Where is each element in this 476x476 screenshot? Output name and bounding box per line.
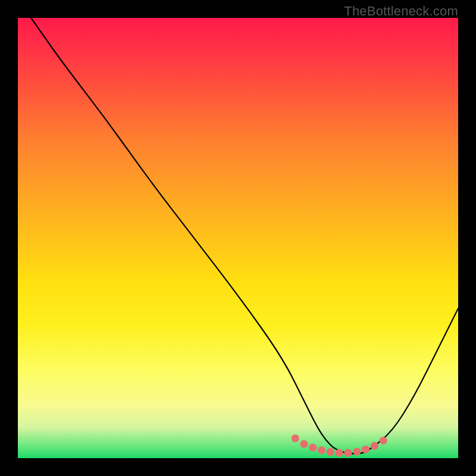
chart-container: TheBottleneck.com	[0, 0, 476, 476]
chart-svg	[18, 18, 458, 458]
marker-dot	[362, 446, 369, 453]
marker-dot	[380, 437, 387, 444]
marker-dot	[300, 440, 308, 448]
marker-dot	[309, 444, 317, 452]
marker-dot	[345, 449, 352, 457]
marker-dot	[318, 446, 325, 454]
marker-dot	[353, 447, 361, 455]
optimal-range-markers	[292, 434, 387, 456]
marker-dot	[327, 448, 334, 456]
bottleneck-curve	[31, 18, 458, 454]
watermark-label: TheBottleneck.com	[344, 4, 458, 19]
plot-area	[18, 18, 458, 458]
marker-dot	[336, 449, 343, 457]
marker-dot	[292, 434, 299, 442]
marker-dot	[371, 442, 378, 450]
